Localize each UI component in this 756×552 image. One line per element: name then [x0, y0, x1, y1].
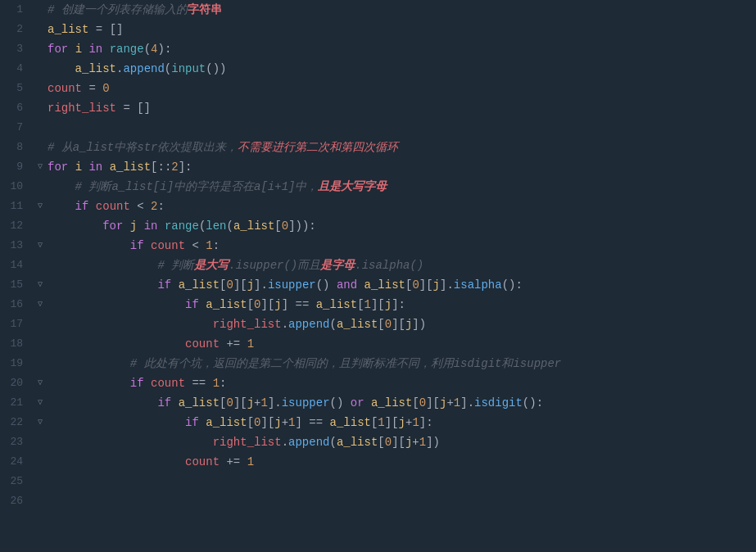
line-num-7: 7 [0, 118, 31, 138]
fold-25 [38, 472, 48, 491]
fold-19 [38, 354, 48, 373]
fold-16[interactable]: ▽ [38, 295, 48, 314]
fold-9[interactable]: ▽ [38, 157, 48, 177]
code-line-17: right_list.append(a_list[0][j]) [38, 314, 756, 334]
fold-6 [38, 98, 48, 118]
line-numbers: 1 2 3 4 5 6 7 8 9 10 11 12 13 14 15 16 1… [0, 0, 31, 552]
code-line-3: for i in range(4): [38, 39, 756, 59]
line-num-11: 11 [0, 197, 31, 216]
line-num-16: 16 [0, 295, 31, 314]
code-line-7 [38, 118, 756, 138]
code-line-10: # 判断a_list[i]中的字符是否在a[i+1]中，且是大写字母 [38, 177, 756, 197]
line-num-22: 22 [0, 413, 31, 432]
code-line-12: for j in range(len(a_list[0])): [38, 216, 756, 236]
fold-23 [38, 432, 48, 452]
fold-12 [38, 216, 48, 236]
fold-3 [38, 39, 48, 59]
fold-13[interactable]: ▽ [38, 236, 48, 256]
code-line-13: ▽ if count < 1: [38, 236, 756, 256]
code-area: # 创建一个列表存储输入的字符串 a_list = [] for i in ra… [31, 0, 756, 552]
code-line-16: ▽ if a_list[0][j] == a_list[1][j]: [38, 295, 756, 314]
line-num-3: 3 [0, 39, 31, 59]
line-num-18: 18 [0, 334, 31, 354]
fold-26 [38, 491, 48, 511]
fold-11[interactable]: ▽ [38, 197, 48, 216]
fold-1 [38, 0, 48, 20]
code-line-20: ▽ if count == 1: [38, 373, 756, 393]
comment-1: # [48, 0, 61, 20]
line-num-17: 17 [0, 314, 31, 334]
code-line-1: # 创建一个列表存储输入的字符串 [38, 0, 756, 20]
code-line-14: # 判断是大写.isupper()而且是字母.isalpha() [38, 256, 756, 275]
fold-2 [38, 20, 48, 39]
fold-17 [38, 314, 48, 334]
line-num-9: 9 [0, 157, 31, 177]
code-line-26 [38, 491, 756, 511]
code-line-6: right_list = [] [38, 98, 756, 118]
line-num-14: 14 [0, 256, 31, 275]
line-num-5: 5 [0, 79, 31, 98]
line-num-23: 23 [0, 432, 31, 452]
fold-20[interactable]: ▽ [38, 373, 48, 393]
code-line-24: count += 1 [38, 452, 756, 472]
code-line-15: ▽ if a_list[0][j].isupper() and a_list[0… [38, 275, 756, 295]
fold-10 [38, 177, 48, 197]
line-num-4: 4 [0, 59, 31, 79]
line-num-21: 21 [0, 393, 31, 413]
line-num-26: 26 [0, 491, 31, 511]
fold-21[interactable]: ▽ [38, 393, 48, 413]
fold-14 [38, 256, 48, 275]
fold-18 [38, 334, 48, 354]
fold-4 [38, 59, 48, 79]
line-num-24: 24 [0, 452, 31, 472]
code-line-2: a_list = [] [38, 20, 756, 39]
code-line-9: ▽ for i in a_list[::2]: [38, 157, 756, 177]
line-num-20: 20 [0, 373, 31, 393]
fold-22[interactable]: ▽ [38, 413, 48, 432]
line-num-2: 2 [0, 20, 31, 39]
code-line-11: ▽ if count < 2: [38, 197, 756, 216]
code-line-23: right_list.append(a_list[0][j+1]) [38, 432, 756, 452]
fold-15[interactable]: ▽ [38, 275, 48, 295]
code-line-21: ▽ if a_list[0][j+1].isupper() or a_list[… [38, 393, 756, 413]
code-line-25 [38, 472, 756, 491]
code-line-5: count = 0 [38, 79, 756, 98]
line-num-19: 19 [0, 354, 31, 373]
line-num-1: 1 [0, 0, 31, 20]
line-num-13: 13 [0, 236, 31, 256]
code-line-18: count += 1 [38, 334, 756, 354]
code-editor: 1 2 3 4 5 6 7 8 9 10 11 12 13 14 15 16 1… [0, 0, 756, 552]
code-line-19: # 此处有个坑，返回的是第二个相同的，且判断标准不同，利用isdigit和isu… [38, 354, 756, 373]
line-num-6: 6 [0, 98, 31, 118]
code-line-4: a_list.append(input()) [38, 59, 756, 79]
line-num-15: 15 [0, 275, 31, 295]
code-line-22: ▽ if a_list[0][j+1] == a_list[1][j+1]: [38, 413, 756, 432]
fold-7 [38, 118, 48, 138]
fold-24 [38, 452, 48, 472]
line-num-25: 25 [0, 472, 31, 491]
line-num-12: 12 [0, 216, 31, 236]
line-num-8: 8 [0, 138, 31, 157]
fold-8 [38, 138, 48, 157]
code-line-8: # 从a_list中将str依次提取出来，不需要进行第二次和第四次循环 [38, 138, 756, 157]
line-num-10: 10 [0, 177, 31, 197]
fold-5 [38, 79, 48, 98]
